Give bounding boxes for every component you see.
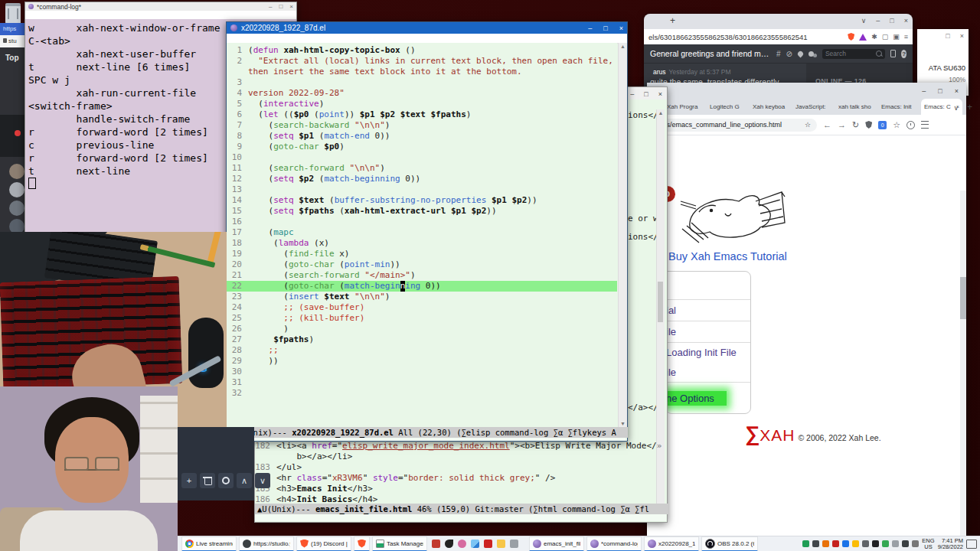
new-tab-button[interactable]: + — [967, 102, 972, 112]
pinned-app-button[interactable] — [430, 540, 443, 548]
code-line[interactable]: 1(defun xah-html-copy-topic-box () — [227, 45, 617, 56]
tray-icon[interactable] — [832, 540, 839, 547]
code-line[interactable]: 17 (mapc — [227, 227, 617, 238]
code-line[interactable]: 18 (lambda (x) — [227, 238, 617, 249]
code-line[interactable]: 182<li><a href="elisp_write_major_mode_i… — [255, 441, 666, 452]
address-bar[interactable]: els/630186623555862538/63018662355586254… — [644, 29, 913, 44]
pinned-app-button[interactable] — [469, 540, 482, 548]
code-line[interactable]: 12 (setq $p2 (match-beginning 0)) — [227, 174, 617, 184]
back-icon[interactable]: ← — [823, 120, 831, 129]
member-list-icon[interactable] — [808, 51, 814, 57]
code-line[interactable]: 183</ul> — [255, 462, 666, 473]
code-line[interactable]: 3 — [227, 77, 617, 88]
code-line[interactable]: 32 — [227, 388, 617, 399]
code-line[interactable]: 19 (find-file x) — [227, 249, 617, 259]
code-line[interactable]: 26 ) — [227, 324, 617, 334]
page-scrollbar[interactable] — [960, 191, 966, 536]
pinned-app-button[interactable] — [495, 540, 508, 548]
code-line[interactable]: 21 (search-forward "</main>") — [227, 270, 617, 281]
taskbar-window-button[interactable]: OBS 28.0.2 (64-bit... — [701, 536, 758, 551]
close-button[interactable]: × — [904, 15, 908, 26]
close-button[interactable]: × — [960, 31, 964, 41]
move-up-button[interactable]: ∧ — [237, 473, 252, 488]
taskbar-app-button[interactable]: Live streaming - Y... — [181, 536, 237, 551]
taskbar-window-button[interactable]: emacs_init_file.html — [529, 536, 584, 551]
language-indicator[interactable]: ENGUS — [922, 538, 934, 550]
move-down-button[interactable]: ∨ — [255, 473, 270, 488]
tray-icon[interactable] — [842, 540, 849, 547]
taskbar-window-button[interactable]: *command-log* — [586, 536, 642, 551]
notifications-muted-icon[interactable]: ⊘ — [786, 50, 792, 58]
code-line[interactable]: 8 (setq $p1 (match-end 0)) — [227, 131, 617, 142]
tracking-shield-icon[interactable] — [865, 121, 872, 129]
tray-icon[interactable] — [862, 540, 869, 547]
close-button[interactable]: × — [619, 23, 623, 34]
code-line[interactable]: 14 (setq $text (buffer-substring-no-prop… — [227, 195, 617, 206]
notification-center-icon[interactable] — [966, 540, 977, 549]
browser-tab[interactable]: Xah Progra× — [664, 99, 705, 115]
tabs-dropdown-icon[interactable]: ∨ — [953, 104, 959, 112]
taskbar-window-button[interactable]: x20220928_1922_8... — [644, 536, 699, 551]
close-button[interactable]: × — [289, 2, 293, 12]
code-line[interactable]: 185<h3>Emacs Init</h3> — [255, 484, 666, 494]
code-line[interactable]: 2 "Extract all (local) links in current … — [227, 56, 617, 67]
topic-box-link[interactable] — [666, 272, 750, 300]
bookmark-badge-icon[interactable]: 0 — [878, 121, 887, 129]
code-line[interactable]: 7 (search-backward "\n\n") — [227, 120, 617, 131]
taskbar-clock[interactable]: 7:41 PM9/28/2022 — [938, 538, 963, 550]
pinned-app-button[interactable] — [456, 540, 469, 548]
topic-box-link[interactable]: Loading Init File — [666, 343, 750, 362]
taskbar-app-button[interactable]: https://studio.you... — [239, 536, 294, 551]
code-line[interactable]: 31 — [227, 377, 617, 388]
pinned-app-button[interactable] — [482, 540, 495, 548]
code-line[interactable]: 184<hr class="xR3VM6" style="border: sol… — [255, 473, 666, 484]
code-line[interactable]: 27 $fpaths) — [227, 334, 617, 345]
tray-icon[interactable] — [802, 540, 809, 547]
html-code-lines[interactable]: 182<li><a href="elisp_write_major_mode_i… — [255, 441, 666, 505]
code-line[interactable]: 20 (goto-char (point-min)) — [227, 259, 617, 270]
code-line[interactable]: then insert the same text block into it … — [227, 67, 617, 77]
star-tray-icon[interactable]: ☆ — [893, 120, 900, 130]
pinned-messages-icon[interactable] — [797, 50, 805, 57]
search-input[interactable]: Search — [822, 49, 885, 59]
bookmark-star-icon[interactable]: ☆ — [805, 119, 811, 132]
code-line[interactable]: 4version 2022-09-28" — [227, 88, 617, 99]
tray-icon[interactable] — [902, 540, 909, 547]
code-line[interactable]: 9 (goto-char $p0) — [227, 142, 617, 152]
maximize-button[interactable]: □ — [603, 23, 607, 34]
code-line[interactable]: 16 — [227, 217, 617, 227]
taskbar-app-button[interactable] — [354, 536, 370, 551]
extensions-icon[interactable]: ✱ — [871, 33, 877, 41]
scrollbar-thumb[interactable] — [960, 277, 966, 319]
scrollbar-thumb[interactable] — [658, 282, 663, 322]
pinned-app-button[interactable] — [508, 540, 521, 548]
code-line[interactable]: 29 )) — [227, 356, 617, 367]
minimize-button[interactable]: – — [269, 2, 272, 12]
tray-icon[interactable] — [812, 540, 819, 547]
code-line[interactable]: 13 — [227, 184, 617, 195]
pinned-app-button[interactable] — [443, 540, 456, 548]
source-properties-button[interactable] — [218, 473, 234, 488]
topic-box-link[interactable]: ile — [666, 362, 750, 383]
code-line[interactable]: 15 (setq $fpaths (xah-html-extract-url $… — [227, 206, 617, 217]
minimize-button[interactable]: – — [630, 89, 634, 99]
inbox-icon[interactable] — [890, 50, 896, 57]
code-line[interactable]: 6 (let (($p0 (point)) $p1 $p2 $text $fpa… — [227, 109, 617, 120]
topic-box-link[interactable]: ile — [666, 321, 750, 343]
elisp-code-buffer[interactable]: 1(defun xah-html-copy-topic-box ()2 "Ext… — [227, 43, 617, 429]
address-bar[interactable]: acs/emacs_command_line_options.html☆ — [653, 119, 817, 132]
browser-tab[interactable]: Xah keyboa× — [750, 99, 791, 115]
code-line[interactable]: b></a></li> — [255, 452, 666, 462]
tray-icon[interactable] — [852, 540, 859, 547]
menu-icon[interactable]: ≡ — [904, 33, 908, 41]
media-icon[interactable]: ▣ — [893, 33, 900, 41]
taskbar-app-button[interactable]: (19) Discord | #ge... — [296, 536, 351, 551]
help-icon[interactable]: ? — [901, 50, 906, 58]
code-line[interactable]: 5 (interactive) — [227, 99, 617, 109]
browser-tab[interactable]: JavaScript:× — [792, 99, 834, 115]
code-line[interactable]: 30 — [227, 367, 617, 377]
taskbar-app-button[interactable]: Task Manager — [372, 536, 427, 551]
browser-tab[interactable]: Logitech G× — [707, 99, 748, 115]
remove-source-button[interactable] — [200, 473, 215, 488]
buffer-scrollbar[interactable]: ▲ ▼ — [618, 43, 627, 427]
